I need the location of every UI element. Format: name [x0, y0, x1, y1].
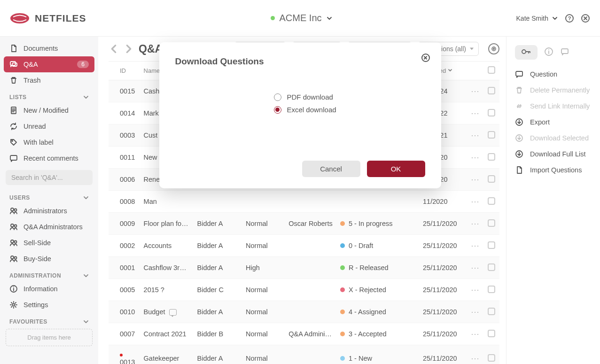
modal-title: Download Questions	[175, 56, 425, 67]
radio-label: PDF download	[287, 93, 333, 101]
ok-button[interactable]: OK	[367, 161, 425, 177]
modal-overlay: Download Questions PDF download Excel do…	[0, 0, 600, 364]
radio-icon	[274, 106, 281, 114]
cancel-button[interactable]: Cancel	[302, 161, 360, 177]
download-option-0[interactable]: PDF download	[274, 93, 425, 101]
radio-icon	[274, 93, 281, 101]
radio-label: Excel download	[287, 106, 336, 114]
download-option-1[interactable]: Excel download	[274, 106, 425, 114]
download-modal: Download Questions PDF download Excel do…	[159, 42, 441, 188]
modal-close-button[interactable]	[421, 54, 430, 62]
